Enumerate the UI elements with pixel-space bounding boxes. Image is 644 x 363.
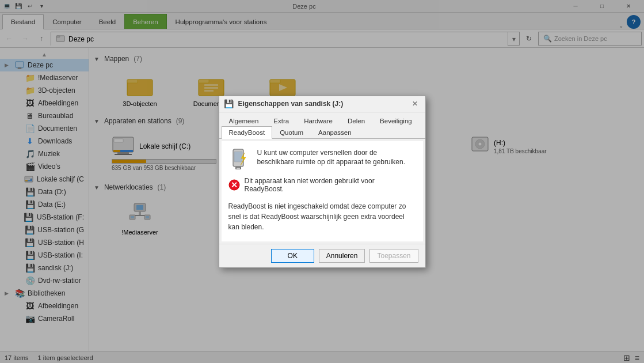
annuleren-button[interactable]: Annuleren xyxy=(319,249,365,263)
info-text: ReadyBoost is niet ingeschakeld omdat de… xyxy=(228,199,416,235)
toepassen-button[interactable]: Toepassen xyxy=(369,249,418,263)
tab-delen[interactable]: Delen xyxy=(340,115,372,127)
tab-algemeen[interactable]: Algemeen xyxy=(222,115,266,127)
tab-quotum[interactable]: Quotum xyxy=(272,126,311,139)
modal-close-button[interactable]: ✕ xyxy=(409,98,421,109)
svg-rect-46 xyxy=(237,168,240,169)
svg-rect-44 xyxy=(234,152,242,162)
modal-title-icon: 💾 xyxy=(224,99,234,108)
modal-title: Eigenschappen van sandisk (J:) xyxy=(238,100,405,108)
tab-extra[interactable]: Extra xyxy=(266,115,296,127)
flash-drive-icon xyxy=(228,148,251,171)
tab-aanpassen[interactable]: Aanpassen xyxy=(311,126,359,139)
modal-overlay: 💾 Eigenschappen van sandisk (J:) ✕ Algem… xyxy=(0,0,644,363)
svg-text:✕: ✕ xyxy=(231,180,238,190)
ok-button[interactable]: OK xyxy=(271,249,314,263)
tab-readyboost[interactable]: ReadyBoost xyxy=(222,126,273,139)
error-icon: ✕ xyxy=(228,179,240,191)
error-message: Dit apparaat kan niet worden gebruikt vo… xyxy=(245,177,416,193)
error-section: ✕ Dit apparaat kan niet worden gebruikt … xyxy=(228,177,416,193)
flash-message: U kunt uw computer versnellen door de be… xyxy=(257,148,416,168)
modal-tabs: Algemeen Extra Hardware Delen Beveiligin… xyxy=(219,112,425,139)
modal-body: U kunt uw computer versnellen door de be… xyxy=(222,141,423,241)
properties-modal: 💾 Eigenschappen van sandisk (J:) ✕ Algem… xyxy=(219,96,426,268)
flash-section: U kunt uw computer versnellen door de be… xyxy=(228,148,416,171)
tab-hardware[interactable]: Hardware xyxy=(296,115,340,127)
modal-buttons: OK Annuleren Toepassen xyxy=(219,244,425,267)
tab-beveiliging[interactable]: Beveiliging xyxy=(372,115,420,127)
modal-titlebar: 💾 Eigenschappen van sandisk (J:) ✕ xyxy=(219,96,425,112)
